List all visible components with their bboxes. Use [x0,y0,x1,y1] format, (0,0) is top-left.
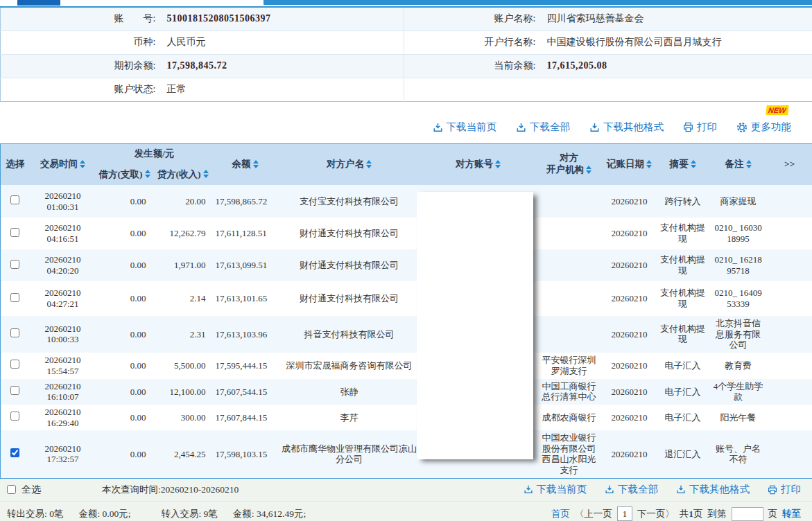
cell-balance: 17,613,103.96 [213,316,278,353]
cell-counter-bank: 成都农商银行 [536,405,603,430]
footer-download-current-page-link[interactable]: 下载当前页 [524,483,587,496]
cell-summary: 退汇汇入 [657,430,709,478]
cell-debit: 0.00 [96,353,153,379]
cell-time: 2026021016:10:07 [30,379,96,405]
currency-value: 人民币元 [162,30,404,54]
account-name-value: 四川省索玛慈善基金会 [542,7,812,30]
transaction-table: 选择 交易时间 发生额/元 余额 对方户名 对方账号 对方开户机构 记账日期 摘… [0,143,812,479]
cell-note: 4个学生助学款 [709,379,768,405]
sort-icon[interactable] [495,160,501,168]
col-header-post-date[interactable]: 记账日期 [603,143,657,185]
cell-debit: 0.00 [96,185,153,218]
cell-counterparty: 财付通支付科技有限公司 [278,249,421,281]
download-icon [605,485,614,494]
row-checkbox[interactable] [10,328,19,337]
current-page-box[interactable]: 1 [617,506,632,521]
col-header-select: 选择 [1,143,30,185]
sort-icon[interactable] [80,160,85,168]
print-link[interactable]: 打印 [683,121,717,134]
sort-icon[interactable] [586,166,591,174]
row-checkbox[interactable] [10,195,19,204]
table-row: 2026021004:20:20 0.00 1,971.00 17,613,09… [1,249,812,281]
download-icon [676,485,686,494]
download-icon [524,485,533,494]
cell-counter-bank [536,281,603,316]
goto-button[interactable]: 转至 [782,508,801,520]
cell-note: 0210_ 16218 95718 [709,249,768,281]
cell-note: 北京抖音信息服务有限公司 [709,316,768,353]
col-header-counterparty[interactable]: 对方户名 [278,143,421,185]
account-status-value: 正常 [162,78,404,101]
sort-icon[interactable] [691,160,696,168]
goto-page-suffix: 页 [768,508,778,520]
table-row: 2026021016:10:07 0.00 12,100.00 17,607,5… [1,379,812,405]
transfer-out-amount: 金额: 0.00元; [78,508,130,520]
sort-icon[interactable] [253,160,259,168]
footer-download-other-format-link[interactable]: 下载其他格式 [676,483,750,496]
account-info-table: 账 号: 51001815208051506397 账户名称: 四川省索玛慈善基… [0,6,812,102]
cell-counter-bank: 中国工商银行总行清算中心 [536,379,603,405]
table-row: 2026021015:54:57 0.00 5,500.00 17,595,44… [1,353,812,379]
col-header-counter-bank[interactable]: 对方开户机构 [536,143,603,185]
sort-icon[interactable] [746,160,752,168]
download-current-page-link[interactable]: 下载当前页 [433,121,497,134]
expand-columns-button[interactable]: >> [768,143,812,185]
cell-debit: 0.00 [96,218,153,249]
col-header-credit[interactable]: 贷方(收入) [153,164,213,185]
cell-credit: 2.14 [153,281,213,316]
cell-post-date: 20260210 [603,316,657,353]
cell-debit: 0.00 [96,281,153,316]
download-other-format-link[interactable]: 下载其他格式 [589,121,664,134]
cell-note: 账号、户名不符 [709,430,768,478]
cell-balance: 17,607,844.15 [213,405,278,430]
printer-icon [768,485,777,495]
sort-icon[interactable] [646,160,652,168]
row-checkbox[interactable] [10,360,19,369]
new-badge: NEW [766,105,789,115]
col-header-balance[interactable]: 余额 [213,143,278,185]
sort-icon[interactable] [203,170,209,178]
footer-download-all-link[interactable]: 下载全部 [605,483,658,496]
cell-debit: 0.00 [96,379,153,405]
cell-balance: 17,595,444.15 [213,353,278,379]
col-header-counter-account[interactable]: 对方账号 [421,143,536,185]
cell-summary: 跨行转入 [657,185,709,218]
download-icon [433,123,443,132]
redaction-overlay [417,192,533,459]
sort-icon[interactable] [145,170,150,178]
col-header-debit[interactable]: 借方(支取) [96,164,153,185]
first-page-link[interactable]: 首页 [551,508,570,520]
current-balance-value: 17,615,205.08 [542,54,812,78]
col-header-note[interactable]: 备注 [709,143,768,185]
row-checkbox[interactable] [10,260,19,269]
total-pages-text: 共1页 [680,508,703,520]
more-functions-link[interactable]: 更多功能 [736,121,791,134]
cell-time: 2026021004:27:21 [30,281,96,316]
col-header-time[interactable]: 交易时间 [30,143,96,185]
select-all-checkbox[interactable] [7,485,16,494]
row-checkbox[interactable] [10,448,19,457]
download-all-link[interactable]: 下载全部 [516,121,570,134]
currency-label: 币种: [1,30,162,54]
table-row: 2026021010:00:33 0.00 2.31 17,613,103.96… [1,316,812,353]
account-name-label: 账户名称: [404,7,542,30]
cell-balance: 17,598,103.15 [213,430,278,478]
row-checkbox[interactable] [10,386,19,395]
cell-balance: 17,611,128.51 [213,218,278,249]
row-checkbox[interactable] [10,412,19,421]
cell-credit: 300.00 [153,405,213,430]
cell-time: 2026021004:16:51 [30,218,96,249]
col-header-summary[interactable]: 摘要 [657,143,709,185]
footer-print-link[interactable]: 打印 [768,483,801,496]
cell-time: 2026021016:29:40 [30,405,96,430]
sort-icon[interactable] [366,160,372,168]
cell-note: 阳光午餐 [709,405,768,430]
prev-page-link[interactable]: 〈上一页 [575,508,612,520]
row-checkbox[interactable] [10,228,19,237]
goto-page-input[interactable] [732,507,763,521]
cell-debit: 0.00 [96,316,153,353]
next-page-link[interactable]: 下一页〉 [637,508,675,520]
row-checkbox[interactable] [10,293,19,302]
cell-time: 2026021010:00:33 [30,316,96,353]
account-number-value: 51001815208051506397 [162,7,404,30]
